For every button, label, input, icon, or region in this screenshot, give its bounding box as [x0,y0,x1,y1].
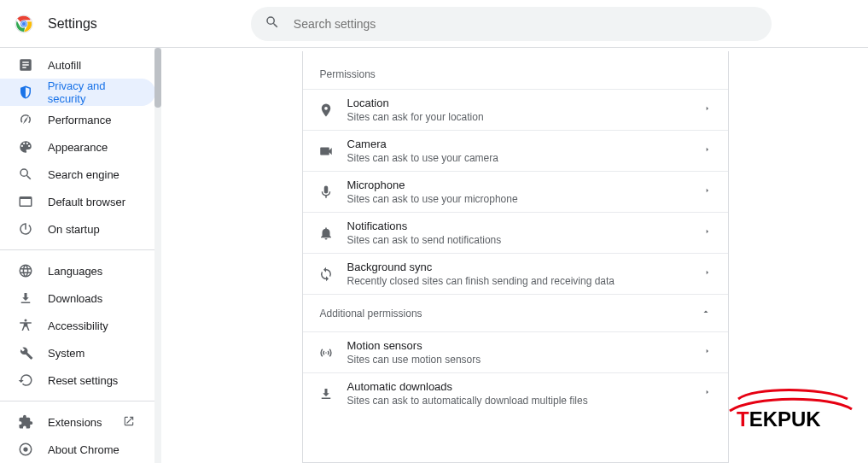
sidebar-item-search-engine[interactable]: Search engine [0,161,155,188]
mic-icon [317,183,335,202]
sidebar-item-autofill[interactable]: Autofill [0,51,155,79]
sidebar-item-label: Languages [48,265,102,278]
row-motion-sensors[interactable]: Motion sensors Sites can use motion sens… [303,331,728,372]
row-microphone[interactable]: Microphone Sites can ask to use your mic… [303,171,728,212]
svg-point-5 [23,447,27,451]
shield-icon [17,84,34,101]
sidebar-item-label: Performance [48,114,111,126]
search-icon [17,166,34,183]
row-text: Notifications Sites can ask to send noti… [347,220,692,246]
row-desc: Sites can ask to automatically download … [347,395,692,407]
row-title: Motion sensors [347,339,692,352]
sidebar-item-label: System [48,347,84,360]
chrome-logo-icon [14,14,34,34]
sidebar-item-reset-settings[interactable]: Reset settings [0,366,155,394]
chrome-icon [17,441,34,458]
sidebar-item-on-startup[interactable]: On startup [0,215,155,243]
sidebar: Autofill Privacy and security Performanc… [0,48,162,463]
browser-icon [17,193,34,210]
sidebar-item-appearance[interactable]: Appearance [0,133,155,161]
chevron-up-icon [701,307,711,319]
sync-icon [317,265,335,284]
row-desc: Sites can ask for your location [347,111,692,123]
row-title: Camera [347,138,692,150]
sidebar-item-label: Autofill [48,59,81,72]
top-bar: Settings [0,0,868,48]
sidebar-item-label: Default browser [48,196,125,208]
sidebar-item-label: On startup [48,223,100,236]
row-title: Microphone [347,179,692,191]
sidebar-item-label: Appearance [48,141,108,154]
sidebar-item-label: Extensions [48,416,102,429]
search-settings-field[interactable] [251,7,772,41]
bell-icon [317,224,335,243]
row-text: Camera Sites can ask to use your camera [347,138,692,164]
sidebar-item-label: Privacy and security [48,79,145,105]
sidebar-item-system[interactable]: System [0,339,155,366]
sidebar-item-label: Downloads [48,292,102,305]
autofill-icon [17,56,34,73]
row-notifications[interactable]: Notifications Sites can ask to send noti… [303,212,728,253]
accessibility-icon [17,317,34,334]
sidebar-item-label: Reset settings [48,374,118,387]
row-automatic-downloads[interactable]: Automatic downloads Sites can ask to aut… [303,372,728,413]
chevron-right-icon [704,267,711,280]
sidebar-item-about-chrome[interactable]: About Chrome [0,436,155,463]
sidebar-scrollbar[interactable] [154,48,161,463]
camera-icon [317,142,335,161]
sidebar-item-label: Search engine [48,168,119,181]
open-in-new-icon [123,415,135,430]
row-desc: Recently closed sites can finish sending… [347,275,692,287]
row-title: Background sync [347,261,692,273]
wrench-icon [17,344,34,361]
row-text: Microphone Sites can ask to use your mic… [347,179,692,205]
power-icon [17,220,34,237]
row-desc: Sites can ask to send notifications [347,234,692,246]
sidebar-item-label: Accessibility [48,319,108,332]
sidebar-item-downloads[interactable]: Downloads [0,284,155,312]
download-icon [17,290,34,307]
location-icon [317,101,335,120]
sidebar-scrollbar-thumb[interactable] [154,48,161,108]
sidebar-item-performance[interactable]: Performance [0,106,155,133]
search-icon [265,15,280,32]
speed-icon [17,111,34,128]
svg-point-3 [22,21,26,25]
chevron-right-icon [704,144,711,157]
settings-card: Permissions Location Sites can ask for y… [302,51,729,463]
row-text: Automatic downloads Sites can ask to aut… [347,380,692,407]
row-desc: Sites can ask to use your microphone [347,193,692,205]
sidebar-separator [0,401,155,401]
row-text: Location Sites can ask for your location [347,97,692,123]
permissions-section-title: Permissions [303,51,728,89]
sidebar-item-default-browser[interactable]: Default browser [0,188,155,215]
sensors-icon [317,343,335,362]
row-desc: Sites can use motion sensors [347,354,692,366]
app-title: Settings [48,16,97,32]
row-title: Location [347,97,692,109]
sidebar-item-accessibility[interactable]: Accessibility [0,312,155,339]
row-location[interactable]: Location Sites can ask for your location [303,89,728,130]
download-icon [317,384,335,403]
sidebar-item-label: About Chrome [48,443,119,456]
search-input[interactable] [294,17,758,31]
row-text: Background sync Recently closed sites ca… [347,261,692,287]
content-area: Permissions Location Sites can ask for y… [162,48,868,463]
additional-permissions-toggle[interactable]: Additional permissions [303,294,728,331]
additional-permissions-title: Additional permissions [320,308,422,319]
row-title: Automatic downloads [347,380,692,393]
sidebar-item-extensions[interactable]: Extensions [0,408,155,436]
chevron-right-icon [704,185,711,198]
sidebar-separator [0,249,155,250]
row-camera[interactable]: Camera Sites can ask to use your camera [303,130,728,171]
chevron-right-icon [704,346,711,359]
row-background-sync[interactable]: Background sync Recently closed sites ca… [303,253,728,294]
row-text: Motion sensors Sites can use motion sens… [347,339,692,366]
sidebar-item-languages[interactable]: Languages [0,257,155,284]
sidebar-item-privacy-and-security[interactable]: Privacy and security [0,79,155,106]
chevron-right-icon [704,387,711,400]
row-title: Notifications [347,220,692,232]
chevron-right-icon [704,103,711,116]
row-desc: Sites can ask to use your camera [347,152,692,164]
extension-icon [17,413,34,431]
